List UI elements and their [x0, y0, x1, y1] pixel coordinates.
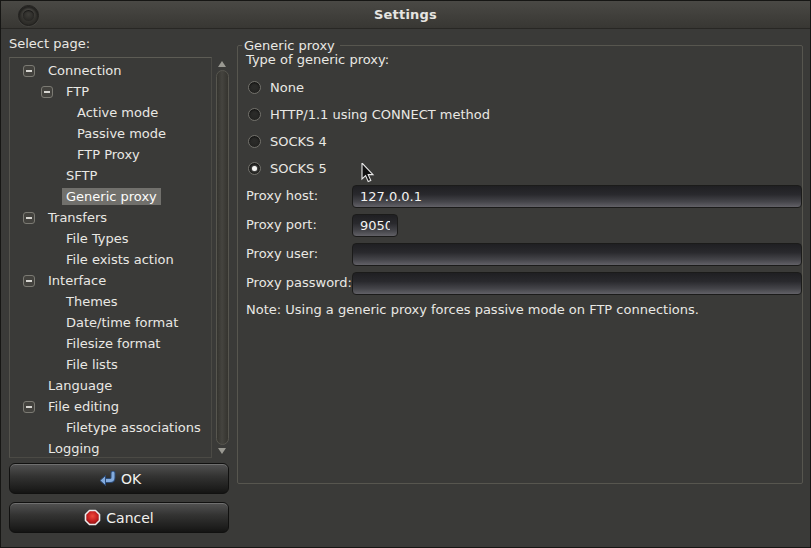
collapse-icon[interactable]	[23, 401, 35, 413]
proxy-port-input[interactable]	[352, 214, 398, 237]
radio-label: SOCKS 5	[270, 161, 327, 176]
tree-item-connection[interactable]: Connection	[10, 60, 211, 81]
proxy-host-row: Proxy host:	[238, 185, 802, 208]
scroll-down-arrow-icon[interactable]	[218, 448, 226, 454]
proxy-password-label: Proxy password:	[246, 275, 352, 290]
tree-item-file-exists-action[interactable]: File exists action	[10, 249, 211, 270]
tree-item-sftp[interactable]: SFTP	[10, 165, 211, 186]
radio-icon[interactable]	[248, 135, 261, 148]
proxy-note: Note: Using a generic proxy forces passi…	[246, 302, 699, 317]
select-page-label: Select page:	[9, 36, 90, 51]
settings-window: Settings Select page: Connection FTP Act…	[0, 0, 811, 548]
tree-item-logging[interactable]: Logging	[10, 438, 211, 458]
tree-item-active-mode[interactable]: Active mode	[10, 102, 211, 123]
generic-proxy-group: Generic proxy Type of generic proxy: Non…	[237, 45, 803, 484]
tree-item-datetime-format[interactable]: Date/time format	[10, 312, 211, 333]
radio-label: None	[270, 80, 304, 95]
cancel-button-label: Cancel	[106, 510, 153, 526]
radio-socks5[interactable]: SOCKS 5	[248, 159, 327, 177]
radio-none[interactable]: None	[248, 78, 304, 96]
proxy-user-input[interactable]	[352, 243, 802, 266]
tree-item-ftp[interactable]: FTP	[10, 81, 211, 102]
collapse-icon[interactable]	[23, 212, 35, 224]
proxy-port-row: Proxy port:	[238, 214, 802, 237]
collapse-icon[interactable]	[23, 275, 35, 287]
tree-item-file-lists[interactable]: File lists	[10, 354, 211, 375]
tree-item-file-editing[interactable]: File editing	[10, 396, 211, 417]
collapse-icon[interactable]	[41, 86, 53, 98]
tree-item-generic-proxy[interactable]: Generic proxy	[10, 186, 211, 207]
tree-item-ftp-proxy[interactable]: FTP Proxy	[10, 144, 211, 165]
proxy-user-row: Proxy user:	[238, 243, 802, 266]
proxy-password-input[interactable]	[352, 272, 802, 295]
proxy-user-label: Proxy user:	[246, 246, 318, 261]
proxy-host-label: Proxy host:	[246, 188, 318, 203]
radio-label: HTTP/1.1 using CONNECT method	[270, 107, 490, 122]
stop-icon	[84, 509, 101, 526]
scroll-up-arrow-icon[interactable]	[218, 61, 226, 67]
scrollbar-thumb[interactable]	[216, 70, 229, 445]
ok-button-label: OK	[121, 471, 141, 487]
radio-icon[interactable]	[248, 108, 261, 121]
radio-label: SOCKS 4	[270, 134, 327, 149]
page-tree-container: Connection FTP Active mode Passive mode …	[9, 57, 230, 458]
radio-http-connect[interactable]: HTTP/1.1 using CONNECT method	[248, 105, 490, 123]
proxy-host-input[interactable]	[352, 185, 802, 208]
tree-item-filesize-format[interactable]: Filesize format	[10, 333, 211, 354]
tree-item-language[interactable]: Language	[10, 375, 211, 396]
proxy-port-label: Proxy port:	[246, 217, 317, 232]
enter-arrow-icon	[97, 471, 116, 487]
tree-item-interface[interactable]: Interface	[10, 270, 211, 291]
titlebar[interactable]: Settings	[1, 1, 810, 29]
ok-button[interactable]: OK	[9, 463, 229, 494]
tree-item-transfers[interactable]: Transfers	[10, 207, 211, 228]
radio-icon-selected[interactable]	[248, 162, 261, 175]
window-title: Settings	[1, 1, 810, 29]
tree-item-file-types[interactable]: File Types	[10, 228, 211, 249]
tree-item-themes[interactable]: Themes	[10, 291, 211, 312]
collapse-icon[interactable]	[23, 65, 35, 77]
page-tree: Connection FTP Active mode Passive mode …	[9, 57, 212, 458]
radio-icon[interactable]	[248, 81, 261, 94]
tree-item-filetype-associations[interactable]: Filetype associations	[10, 417, 211, 438]
radio-socks4[interactable]: SOCKS 4	[248, 132, 327, 150]
tree-scrollbar[interactable]	[214, 57, 230, 458]
proxy-type-label: Type of generic proxy:	[246, 52, 389, 67]
proxy-password-row: Proxy password:	[238, 272, 802, 295]
tree-item-passive-mode[interactable]: Passive mode	[10, 123, 211, 144]
cancel-button[interactable]: Cancel	[9, 502, 229, 533]
